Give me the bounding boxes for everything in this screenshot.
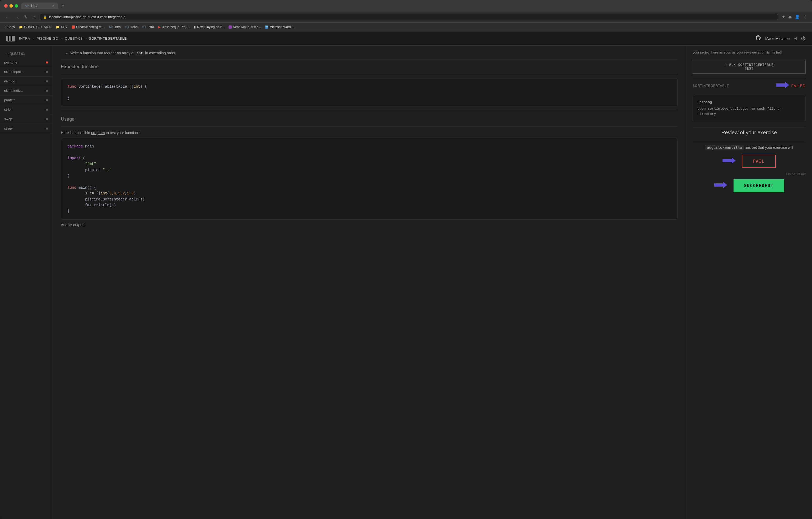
sidebar-item-pointone[interactable]: pointone (0, 58, 52, 67)
apps-label: Apps (8, 25, 15, 29)
youtube-icon: ▶ (158, 25, 161, 29)
github-icon[interactable] (755, 35, 761, 42)
maximize-button[interactable] (15, 4, 18, 8)
sidebar-item-ultimatediv[interactable]: ultimatediv... (0, 86, 52, 95)
user-name: Marie Malarme (765, 36, 790, 41)
bookmark-creative-coding[interactable]: Creative coding re... (71, 25, 104, 29)
forward-button[interactable]: → (13, 14, 20, 20)
expected-function-title: Expected function (61, 64, 678, 69)
bookmark-intra-2[interactable]: </> Intra (142, 25, 154, 29)
error-block: Parsing open sortintegertable.go: no suc… (693, 96, 806, 121)
pending-text: your project here as soon as your review… (693, 50, 806, 55)
folder-icon-2: 📁 (56, 25, 60, 29)
bet-description: augusto-mantilla has bet that your exerc… (693, 145, 806, 149)
fail-button[interactable]: FAIL (742, 155, 776, 168)
sidebar: − - QUEST 03 pointone ultimatepoi... div… (0, 46, 53, 519)
status-dot (46, 99, 48, 101)
status-row: SORTINTEGERTABLE FAILED (693, 78, 806, 94)
review-title: Review of your exercise (693, 129, 806, 136)
close-button[interactable] (4, 4, 8, 8)
succeed-button[interactable]: SUCCEEDED! (733, 179, 784, 192)
title-bar: </> Intra ✕ + (0, 0, 812, 11)
bookmark-word[interactable]: W Microsoft Word -... (265, 25, 295, 29)
bookmark-youtube[interactable]: ▶ Bibliothèque - You... (158, 25, 190, 29)
sidebar-section-label: - QUEST 03 (8, 52, 25, 56)
expected-function-code: func SortIntegerTable(table []int) { } (61, 78, 678, 107)
status-dot-red (46, 61, 48, 63)
divider-4 (61, 126, 678, 126)
description-bullet: Write a function that reorder an array o… (70, 51, 678, 55)
status-dot (46, 109, 48, 111)
status-dot (46, 80, 48, 82)
nav-bar: ← → ↻ ⌂ 🔒 localhost/intra/piscine-go/que… (0, 11, 812, 23)
youtube-label: Bibliothèque - You... (162, 25, 190, 29)
status-dot (46, 90, 48, 92)
back-button[interactable]: ← (4, 14, 10, 20)
breadcrumb-piscine-go[interactable]: PISCINE-GO (36, 36, 58, 40)
breadcrumb: INTRA > PISCINE-GO > QUEST-03 > SORTINTE… (19, 36, 127, 40)
usage-title: Usage (61, 116, 678, 122)
sidebar-item-divmod[interactable]: divmod (0, 77, 52, 86)
sidebar-item-strrev[interactable]: strrev (0, 124, 52, 133)
breadcrumb-quest-03[interactable]: QUEST-03 (65, 36, 83, 40)
bookmark-neon[interactable]: Neon Moiré, disco... (229, 25, 261, 29)
divider-3 (61, 111, 678, 111)
address-bar[interactable]: 🔒 localhost/intra/piscine-go/quest-03/so… (40, 13, 778, 20)
status-dot (46, 127, 48, 129)
code-icon-2: </> (125, 25, 129, 29)
sidebar-item-printstr[interactable]: printstr (0, 95, 52, 105)
arrow-right-icon (776, 81, 789, 90)
run-test-button[interactable]: → RUN SORTINTEGERTABLETEST (693, 60, 806, 74)
bookmark-graphic-design[interactable]: 📁 GRAPHIC DESIGN (19, 25, 52, 29)
status-dot (46, 71, 48, 73)
logo-icon: ▌▌ (6, 36, 15, 41)
sidebar-item-label: printstr (4, 98, 15, 102)
sidebar-item-swap[interactable]: swap (0, 114, 52, 124)
his-bet-label: His bet result (693, 172, 806, 176)
power-icon[interactable]: ⏻ (801, 36, 806, 41)
sidebar-item-label: strrev (4, 126, 13, 131)
tab-icon: </> (25, 4, 29, 7)
bookmark-dev[interactable]: 📁 DEV (56, 25, 67, 29)
sidebar-item-ultimatepoi[interactable]: ultimatepoi... (0, 67, 52, 77)
program-link[interactable]: program (91, 131, 105, 135)
bookmark-icon: ▮ (194, 25, 196, 29)
menu-icon[interactable]: ⋮ (803, 14, 808, 20)
arrow-fail-icon (723, 157, 736, 166)
breadcrumb-intra[interactable]: INTRA (19, 36, 30, 40)
reload-button[interactable]: ↻ (23, 14, 29, 20)
extensions-icon[interactable]: ◆ (788, 14, 792, 20)
code-icon-1: </> (108, 25, 113, 29)
content-left: Write a function that reorder an array o… (53, 46, 686, 519)
active-tab[interactable]: </> Intra ✕ (21, 3, 58, 9)
bookmark-apps[interactable]: ∃ Apps (4, 25, 15, 29)
sep-2: > (60, 36, 62, 40)
svg-marker-2 (714, 182, 727, 188)
sidebar-item-label: swap (4, 117, 12, 121)
bookmark-intra-1[interactable]: </> Intra (108, 25, 120, 29)
tab-close-button[interactable]: ✕ (52, 4, 54, 7)
minimize-button[interactable] (9, 4, 13, 8)
svg-marker-1 (723, 157, 736, 164)
sidebar-item-label: ultimatediv... (4, 89, 23, 93)
sidebar-item-strlen[interactable]: strlen (0, 105, 52, 114)
sep-1: > (32, 36, 34, 40)
usage-description: Here is a possible program to test your … (61, 131, 678, 135)
sidebar-section-quest03[interactable]: − - QUEST 03 (0, 50, 52, 58)
and-output-text: And its output : (61, 223, 678, 227)
apps-grid-icon[interactable]: ∃ (794, 36, 797, 41)
bookmark-toad[interactable]: </> Toad (125, 25, 138, 29)
profile-icon[interactable]: 👤 (794, 14, 801, 20)
error-body: open sortintegertable.go: no such file o… (698, 106, 801, 117)
app-topnav: ▌▌ INTRA > PISCINE-GO > QUEST-03 > SORTI… (0, 31, 812, 46)
bet-text-after: has bet that your exercise will (745, 145, 793, 149)
home-button[interactable]: ⌂ (32, 14, 36, 20)
new-tab-button[interactable]: + (60, 3, 66, 9)
intra-label-2: Intra (148, 25, 154, 29)
nav-actions: ★ ◆ 👤 ⋮ (781, 14, 808, 20)
tab-bar: </> Intra ✕ + (21, 3, 808, 9)
review-section: Review of your exercise augusto-mantilla… (693, 127, 806, 192)
star-icon[interactable]: ★ (781, 14, 786, 20)
bookmark-now-playing[interactable]: ▮ Now Playing on P... (194, 25, 224, 29)
sidebar-item-label: pointone (4, 60, 17, 64)
